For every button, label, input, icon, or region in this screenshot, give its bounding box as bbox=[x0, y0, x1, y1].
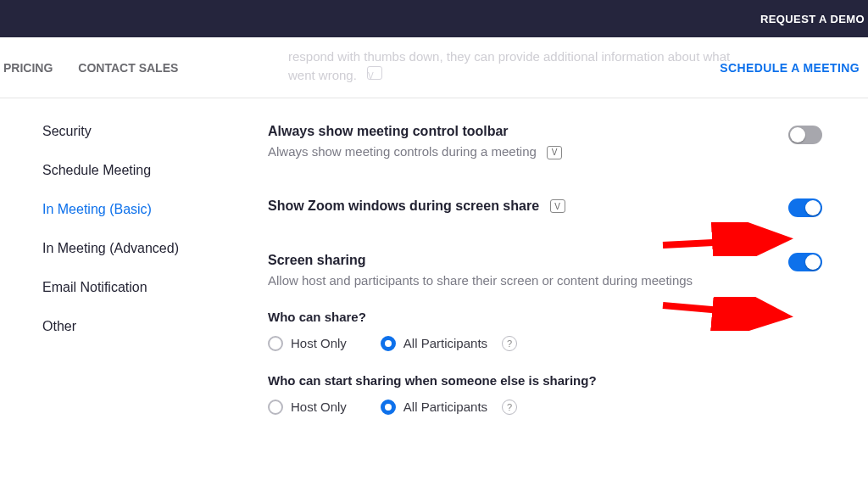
radio-label: Host Only bbox=[291, 336, 347, 350]
request-demo-link[interactable]: REQUEST A DEMO bbox=[760, 13, 865, 25]
modified-badge-icon: V bbox=[550, 199, 565, 213]
toggle-show-zoom-windows[interactable] bbox=[788, 198, 822, 217]
setting-always-toolbar: Always show meeting control toolbar Alwa… bbox=[268, 124, 844, 159]
radio-all-participants-2[interactable]: All Participants ? bbox=[381, 400, 517, 415]
sidebar-item-other[interactable]: Other bbox=[42, 319, 229, 334]
nav-contact-sales[interactable]: CONTACT SALES bbox=[78, 61, 178, 75]
modified-badge-icon: V bbox=[547, 146, 562, 159]
radio-icon bbox=[268, 336, 283, 351]
toggle-always-toolbar[interactable] bbox=[788, 126, 822, 144]
who-can-start-question: Who can start sharing when someone else … bbox=[268, 373, 844, 388]
radio-icon bbox=[381, 336, 396, 351]
top-bar: REQUEST A DEMO bbox=[0, 0, 868, 37]
radio-label: Host Only bbox=[291, 400, 347, 414]
sidebar-item-email-notification[interactable]: Email Notification bbox=[42, 280, 229, 295]
setting-show-zoom-windows: Show Zoom windows during screen share V bbox=[268, 198, 844, 214]
sidebar-item-in-meeting-advanced[interactable]: In Meeting (Advanced) bbox=[42, 241, 229, 256]
toggle-screen-sharing[interactable] bbox=[788, 253, 822, 271]
radio-icon bbox=[381, 400, 396, 415]
who-can-start-options: Host Only All Participants ? bbox=[268, 400, 844, 415]
help-icon[interactable]: ? bbox=[502, 336, 517, 351]
radio-icon bbox=[268, 400, 283, 415]
radio-label: All Participants bbox=[403, 400, 487, 414]
help-icon[interactable]: ? bbox=[502, 400, 517, 415]
schedule-meeting-link[interactable]: SCHEDULE A MEETING bbox=[720, 61, 860, 75]
nav-pricing[interactable]: PRICING bbox=[3, 61, 53, 75]
main-area: Security Schedule Meeting In Meeting (Ba… bbox=[0, 98, 868, 503]
setting-desc: Always show meeting controls during a me… bbox=[268, 144, 844, 159]
radio-all-participants[interactable]: All Participants ? bbox=[381, 336, 517, 351]
radio-label: All Participants bbox=[403, 336, 487, 350]
settings-content: Always show meeting control toolbar Alwa… bbox=[268, 124, 844, 423]
setting-title: Screen sharing bbox=[268, 253, 844, 268]
radio-host-only[interactable]: Host Only bbox=[268, 336, 347, 351]
sidebar-item-security[interactable]: Security bbox=[42, 124, 229, 139]
setting-title: Show Zoom windows during screen share V bbox=[268, 198, 844, 214]
setting-title: Always show meeting control toolbar bbox=[268, 124, 844, 139]
sidebar-item-in-meeting-basic[interactable]: In Meeting (Basic) bbox=[42, 202, 229, 217]
radio-host-only-2[interactable]: Host Only bbox=[268, 400, 347, 415]
who-can-share-options: Host Only All Participants ? bbox=[268, 336, 844, 351]
settings-sidebar: Security Schedule Meeting In Meeting (Ba… bbox=[42, 124, 229, 358]
sidebar-item-schedule-meeting[interactable]: Schedule Meeting bbox=[42, 163, 229, 178]
setting-desc: Allow host and participants to share the… bbox=[268, 273, 844, 288]
subnav-bar: PRICING CONTACT SALES SCHEDULE A MEETING bbox=[0, 37, 868, 98]
setting-screen-sharing: Screen sharing Allow host and participan… bbox=[268, 253, 844, 415]
who-can-share-question: Who can share? bbox=[268, 310, 844, 324]
